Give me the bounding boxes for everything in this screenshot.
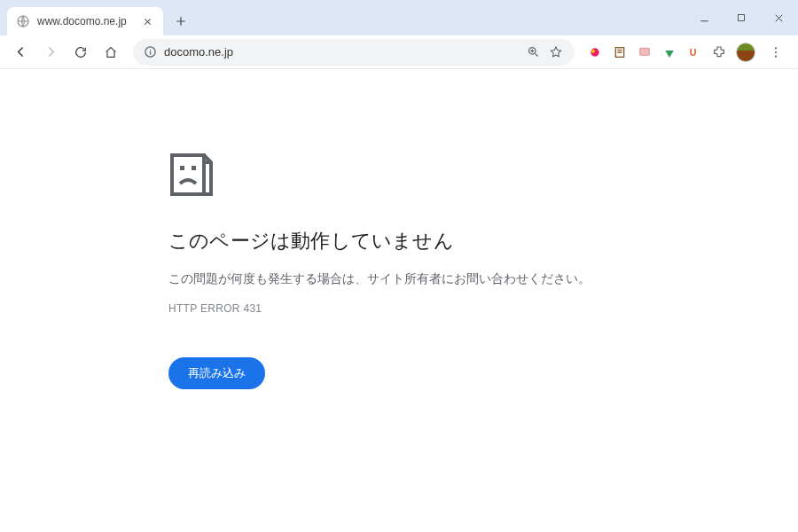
svg-rect-13 — [180, 166, 184, 170]
bookmark-star-icon[interactable] — [548, 44, 564, 60]
tab-strip: www.docomo.ne.jp — [0, 0, 798, 35]
error-description: この問題が何度も発生する場合は、サイト所有者にお問い合わせください。 — [168, 269, 630, 288]
svg-rect-12 — [172, 155, 204, 194]
reload-button[interactable]: 再読み込み — [168, 357, 265, 389]
minimize-button[interactable] — [692, 5, 716, 30]
browser-menu-button[interactable] — [764, 41, 787, 64]
extension-icon-1[interactable] — [587, 44, 603, 60]
page-content: このページは動作していません この問題が何度も発生する場合は、サイト所有者にお問… — [0, 69, 798, 532]
sad-page-icon — [168, 153, 630, 203]
extension-icon-3[interactable] — [637, 44, 653, 60]
extension-icon-2[interactable] — [612, 44, 628, 60]
window-controls — [692, 0, 791, 35]
globe-icon — [16, 14, 30, 28]
error-title: このページは動作していません — [168, 228, 630, 254]
svg-rect-7 — [640, 48, 650, 55]
svg-point-9 — [775, 47, 777, 49]
svg-point-10 — [775, 51, 777, 52]
back-button[interactable] — [7, 39, 34, 66]
tab-title: www.docomo.ne.jp — [37, 15, 133, 27]
address-bar[interactable] — [133, 39, 575, 66]
svg-rect-1 — [739, 15, 745, 21]
extensions-menu-icon[interactable] — [711, 44, 727, 60]
home-button[interactable] — [98, 39, 124, 66]
reload-icon-button[interactable] — [67, 39, 94, 66]
browser-toolbar: U — [0, 35, 798, 69]
extensions-tray: U — [583, 41, 791, 64]
profile-avatar[interactable] — [736, 43, 755, 62]
site-info-icon[interactable] — [144, 45, 157, 59]
close-window-button[interactable] — [766, 5, 791, 30]
maximize-button[interactable] — [729, 5, 754, 30]
extension-icon-5[interactable]: U — [686, 44, 702, 60]
extension-icon-4[interactable] — [661, 44, 677, 60]
svg-text:U: U — [690, 47, 697, 58]
error-code: HTTP ERROR 431 — [168, 302, 630, 315]
svg-point-11 — [775, 55, 777, 57]
new-tab-button[interactable] — [168, 9, 193, 34]
forward-button[interactable] — [37, 39, 64, 66]
zoom-icon[interactable] — [525, 44, 541, 60]
svg-rect-14 — [192, 166, 196, 170]
url-input[interactable] — [164, 45, 518, 59]
tab-close-icon[interactable] — [140, 14, 154, 28]
error-block: このページは動作していません この問題が何度も発生する場合は、サイト所有者にお問… — [168, 153, 630, 532]
browser-tab[interactable]: www.docomo.ne.jp — [7, 7, 163, 35]
svg-point-5 — [591, 49, 595, 52]
